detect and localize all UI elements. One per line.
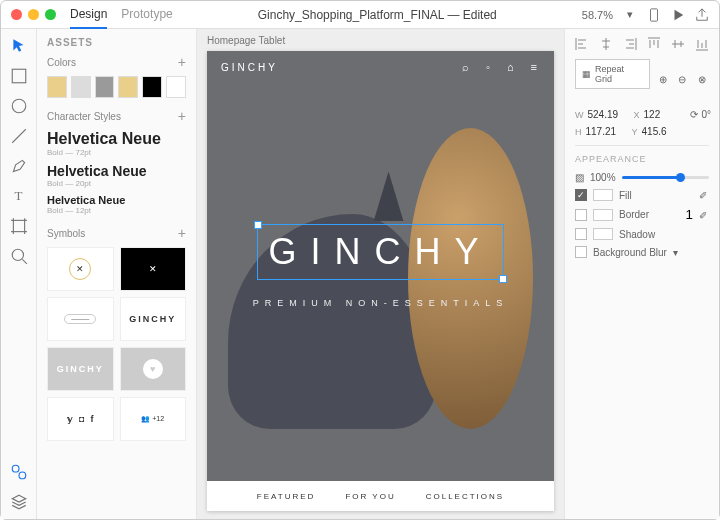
- char-style[interactable]: Helvetica NeueBold — 72pt: [47, 130, 186, 157]
- select-tool-icon[interactable]: [10, 37, 28, 55]
- fill-checkbox[interactable]: ✓: [575, 189, 587, 201]
- canvas[interactable]: Homepage Tablet GINCHY ⌕ ◦ ⌂ ≡ GINCHY: [197, 29, 564, 519]
- symbols-label: Symbols: [47, 228, 85, 239]
- document-title: Ginchy_Shopping_Platform_FINAL — Edited: [173, 8, 582, 22]
- tab-design[interactable]: Design: [70, 1, 107, 29]
- assets-title: ASSETS: [47, 37, 186, 48]
- shadow-swatch[interactable]: [593, 228, 613, 240]
- titlebar: Design Prototype Ginchy_Shopping_Platfor…: [1, 1, 719, 29]
- zoom-tool-icon[interactable]: [10, 247, 28, 265]
- color-swatches: [47, 76, 186, 98]
- close-window-icon[interactable]: [11, 9, 22, 20]
- blur-checkbox[interactable]: [575, 246, 587, 258]
- rectangle-tool-icon[interactable]: [10, 67, 28, 85]
- nav-foryou: FOR YOU: [345, 492, 395, 501]
- grid-icon: ▦: [582, 69, 591, 79]
- add-color-icon[interactable]: +: [178, 54, 186, 70]
- maximize-window-icon[interactable]: [45, 9, 56, 20]
- rotate-icon[interactable]: ⟳: [690, 109, 698, 120]
- symbol-item[interactable]: GINCHY: [120, 297, 187, 341]
- align-controls: [575, 37, 709, 51]
- add-op-icon[interactable]: ⊕: [656, 72, 670, 86]
- colors-label: Colors: [47, 57, 76, 68]
- svg-rect-1: [12, 69, 26, 83]
- height-field[interactable]: [586, 126, 626, 137]
- symbol-item[interactable]: ———: [47, 297, 114, 341]
- fill-swatch[interactable]: [593, 189, 613, 201]
- svg-point-5: [12, 465, 19, 472]
- align-center-h-icon[interactable]: [599, 37, 613, 51]
- symbol-item[interactable]: ✕: [47, 247, 114, 291]
- layers-panel-icon[interactable]: [10, 493, 28, 511]
- artboard-label[interactable]: Homepage Tablet: [207, 35, 285, 46]
- symbol-item[interactable]: ♥: [120, 347, 187, 391]
- color-swatch[interactable]: [118, 76, 138, 98]
- symbol-item[interactable]: GINCHY: [47, 347, 114, 391]
- color-swatch[interactable]: [71, 76, 91, 98]
- zoom-level[interactable]: 58.7%: [582, 9, 613, 21]
- border-checkbox[interactable]: [575, 209, 587, 221]
- ellipse-tool-icon[interactable]: [10, 97, 28, 115]
- share-icon[interactable]: [695, 8, 709, 22]
- artboard[interactable]: GINCHY ⌕ ◦ ⌂ ≡ GINCHY PREMIUM NON-ESSENT…: [207, 51, 554, 511]
- x-field[interactable]: [644, 109, 684, 120]
- y-field[interactable]: [642, 126, 682, 137]
- align-bottom-icon[interactable]: [695, 37, 709, 51]
- bottom-nav: FEATURED FOR YOU COLLECTIONS: [207, 481, 554, 511]
- charstyles-label: Character Styles: [47, 111, 121, 122]
- symbol-item[interactable]: 𝕪 ◘ f: [47, 397, 114, 441]
- repeat-grid-button[interactable]: ▦Repeat Grid: [575, 59, 650, 89]
- shadow-checkbox[interactable]: [575, 228, 587, 240]
- play-icon[interactable]: [671, 8, 685, 22]
- width-field[interactable]: [588, 109, 628, 120]
- titlebar-right: 58.7% ▾: [582, 8, 709, 22]
- svg-point-2: [12, 99, 26, 113]
- window-controls: [11, 9, 56, 20]
- svg-rect-3: [13, 220, 24, 231]
- opacity-icon: ▨: [575, 172, 584, 183]
- char-style[interactable]: Helvetica NeueBold — 12pt: [47, 194, 186, 215]
- border-swatch[interactable]: [593, 209, 613, 221]
- chevron-down-icon[interactable]: ▾: [673, 247, 678, 258]
- align-top-icon[interactable]: [647, 37, 661, 51]
- hero-logo-selected[interactable]: GINCHY: [257, 224, 503, 280]
- align-middle-icon[interactable]: [671, 37, 685, 51]
- intersect-op-icon[interactable]: ⊗: [695, 72, 709, 86]
- opacity-value[interactable]: 100%: [590, 172, 616, 183]
- char-style[interactable]: Helvetica NeueBold — 20pt: [47, 163, 186, 188]
- color-swatch[interactable]: [142, 76, 162, 98]
- line-tool-icon[interactable]: [10, 127, 28, 145]
- add-charstyle-icon[interactable]: +: [178, 108, 186, 124]
- border-label: Border: [619, 209, 649, 220]
- chevron-down-icon[interactable]: ▾: [623, 8, 637, 22]
- color-swatch[interactable]: [47, 76, 67, 98]
- eyedropper-icon[interactable]: ✐: [699, 190, 709, 200]
- border-width-field[interactable]: [673, 207, 693, 222]
- properties-panel: ▦Repeat Grid ⊕ ⊖ ⊗ W X ⟳0° H Y APPEARANC…: [564, 29, 719, 519]
- align-right-icon[interactable]: [623, 37, 637, 51]
- add-symbol-icon[interactable]: +: [178, 225, 186, 241]
- shadow-label: Shadow: [619, 229, 655, 240]
- rotation-field[interactable]: 0°: [702, 109, 712, 120]
- symbol-item[interactable]: 👥 +12: [120, 397, 187, 441]
- fill-label: Fill: [619, 190, 632, 201]
- color-swatch[interactable]: [95, 76, 115, 98]
- align-left-icon[interactable]: [575, 37, 589, 51]
- nav-featured: FEATURED: [257, 492, 316, 501]
- tab-prototype[interactable]: Prototype: [121, 1, 172, 29]
- text-tool-icon[interactable]: T: [10, 187, 28, 205]
- color-swatch[interactable]: [166, 76, 186, 98]
- subtract-op-icon[interactable]: ⊖: [675, 72, 689, 86]
- svg-point-6: [19, 472, 26, 479]
- assets-panel-icon[interactable]: [10, 463, 28, 481]
- blur-label: Background Blur: [593, 247, 667, 258]
- opacity-slider[interactable]: [622, 176, 709, 179]
- symbol-item[interactable]: ✕: [120, 247, 187, 291]
- assets-panel: ASSETS Colors+ Character Styles+ Helveti…: [37, 29, 197, 519]
- eyedropper-icon[interactable]: ✐: [699, 210, 709, 220]
- artboard-tool-icon[interactable]: [10, 217, 28, 235]
- minimize-window-icon[interactable]: [28, 9, 39, 20]
- device-preview-icon[interactable]: [647, 8, 661, 22]
- hero-tagline: PREMIUM NON-ESSENTIALS: [253, 298, 509, 308]
- pen-tool-icon[interactable]: [10, 157, 28, 175]
